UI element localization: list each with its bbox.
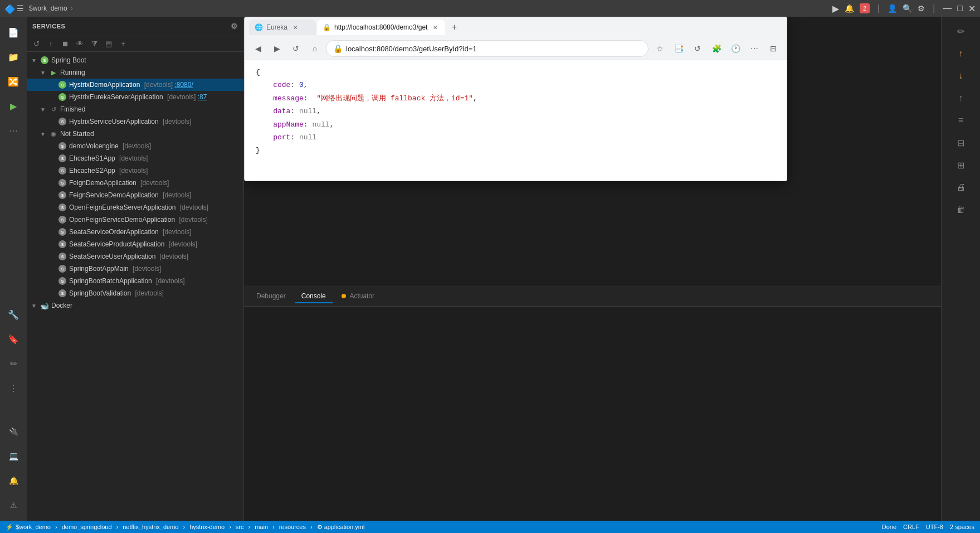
seata-order-app[interactable]: S SeataServiceOrderApplication [devtools… — [27, 226, 243, 238]
activity-vcs[interactable]: 🔀 — [2, 70, 25, 93]
browser-tab-eureka[interactable]: 🌐 Eureka ✕ — [249, 20, 316, 35]
spring-boot-section[interactable]: ▼ S Spring Boot — [27, 54, 243, 66]
up-icon-2[interactable]: ↑ — [951, 88, 971, 108]
openfeign-eureka-app[interactable]: S OpenFeignEurekaServerApplication [devt… — [27, 201, 243, 214]
services-toolbar: ↺ ↑ ⏹ 👁 ⧩ ▤ + — [27, 36, 243, 52]
format-icon[interactable]: ⊞ — [951, 155, 971, 175]
seata-user-app[interactable]: S SeataServiceUserApplication [devtools] — [27, 250, 243, 263]
extension-button[interactable]: 🧩 — [709, 41, 724, 56]
activity-more[interactable]: ⋯ — [2, 119, 25, 142]
collection-button[interactable]: 📑 — [671, 41, 686, 56]
tab-console[interactable]: Console — [295, 290, 333, 303]
maximize-button[interactable]: □ — [957, 3, 963, 13]
home-button[interactable]: ⌂ — [307, 41, 323, 56]
ehcache-s1-app[interactable]: S EhcacheS1App [devtools] — [27, 152, 243, 164]
toolbar-refresh[interactable]: ↺ — [30, 38, 42, 50]
openfeign-service-demo-app[interactable]: S OpenFeignServiceDemoApplication [devto… — [27, 214, 243, 226]
activity-terminal[interactable]: 💻 — [2, 445, 25, 467]
hystrix-eureka-app[interactable]: S HystrixEurekaServerApplication [devtoo… — [27, 91, 243, 103]
arrow-up-icon[interactable]: ↑ — [951, 43, 971, 64]
ehcache-s2-app[interactable]: S EhcacheS2App [devtools] — [27, 164, 243, 177]
activity-plugin[interactable]: 🔌 — [2, 420, 25, 443]
activity-bookmark[interactable]: 🔖 — [2, 328, 25, 350]
hamburger-icon[interactable]: ☰ — [17, 4, 26, 13]
status-netflix[interactable]: netflix_hystrix_demo — [123, 524, 178, 530]
status-sep5: › — [248, 524, 250, 530]
hystrix-service-user-app[interactable]: S HystrixServiceUserApplication [devtool… — [27, 115, 243, 128]
springboot-main-app[interactable]: S SpringBootAppMain [devtools] — [27, 263, 243, 275]
spring-boot-icon: S — [40, 56, 49, 65]
status-resources[interactable]: resources — [279, 524, 306, 530]
error-badge: 2 — [860, 3, 870, 13]
search-icon[interactable]: 🔍 — [903, 4, 912, 13]
status-src[interactable]: src — [236, 524, 244, 530]
pencil-icon[interactable]: ✏ — [951, 21, 971, 41]
sidebar-toggle[interactable]: ⊟ — [766, 41, 781, 56]
lines-icon[interactable]: ≡ — [951, 110, 971, 130]
refresh-button[interactable]: ↺ — [288, 41, 304, 56]
status-hystrix-demo[interactable]: hystrix-demo — [189, 524, 225, 530]
docker-section[interactable]: ▼ 🐋 Docker — [27, 299, 243, 312]
delete-icon[interactable]: 🗑 — [951, 200, 971, 220]
tab-debugger[interactable]: Debugger — [250, 290, 292, 303]
address-bar[interactable]: 🔒 localhost:8080/demo3/getUserById?id=1 — [326, 40, 649, 57]
toolbar-filter[interactable]: ⧩ — [88, 38, 100, 50]
toolbar-add[interactable]: + — [117, 38, 129, 50]
feign-demo-app[interactable]: S FeignDemoApplication [devtools] — [27, 177, 243, 189]
toolbar-group[interactable]: ▤ — [103, 38, 115, 50]
back-button[interactable]: ◀ — [250, 41, 266, 56]
print-icon[interactable]: 🖨 — [951, 177, 971, 197]
running-section[interactable]: ▼ ▶ Running — [27, 66, 243, 79]
toolbar-stop[interactable]: ⏹ — [59, 38, 71, 50]
eureka-tab-close[interactable]: ✕ — [291, 23, 300, 32]
align-icon[interactable]: ⊟ — [951, 133, 971, 153]
settings-icon[interactable]: ⚙ — [918, 4, 925, 13]
star-button[interactable]: ☆ — [652, 41, 667, 56]
tab-actuator[interactable]: Actuator — [335, 290, 381, 303]
run-button[interactable]: ▶ — [832, 3, 839, 14]
status-file[interactable]: ⚙ application.yml — [317, 524, 365, 531]
more-button[interactable]: ⋯ — [747, 41, 762, 56]
reload-button[interactable]: ↺ — [690, 41, 705, 56]
finished-section[interactable]: ▼ ↺ Finished — [27, 103, 243, 115]
activity-run[interactable]: ▶ — [2, 95, 25, 117]
seata-product-app[interactable]: S SeataServiceProductApplication [devtoo… — [27, 238, 243, 250]
activity-explorer[interactable]: 📄 — [2, 21, 25, 43]
springboot-validation-app[interactable]: S SpringBootValidation [devtools] — [27, 287, 243, 299]
hystrix-demo-port[interactable]: :8080/ — [174, 81, 193, 89]
status-encoding[interactable]: UTF-8 — [926, 524, 943, 530]
status-demo-springcloud[interactable]: demo_springcloud — [62, 524, 112, 530]
status-done: Done — [882, 524, 896, 530]
activity-project[interactable]: 📁 — [2, 46, 25, 68]
springboot-batch-app[interactable]: S SpringBootBatchApplication [devtools] — [27, 275, 243, 287]
not-started-section[interactable]: ▼ ◉ Not Started — [27, 128, 243, 140]
demo3-tab-close[interactable]: ✕ — [431, 23, 440, 32]
feign-service-demo-app[interactable]: S FeignServiceDemoApplication [devtools] — [27, 189, 243, 201]
toolbar-visibility[interactable]: 👁 — [74, 38, 86, 50]
activity-pencil[interactable]: ✏ — [2, 352, 25, 375]
activity-notification[interactable]: 🔔 — [2, 469, 25, 492]
profile-icon[interactable]: 👤 — [888, 4, 897, 13]
demo-volcengine[interactable]: S demoVolcengine [devtools] — [27, 140, 243, 152]
activity-git[interactable]: 🔧 — [2, 303, 25, 326]
status-indent[interactable]: 2 spaces — [950, 524, 974, 530]
notification-icon[interactable]: 🔔 — [845, 4, 854, 13]
services-settings-icon[interactable]: ⚙ — [231, 22, 238, 31]
status-main[interactable]: main — [255, 524, 268, 530]
status-line-ending[interactable]: CRLF — [903, 524, 919, 530]
activity-alert[interactable]: ⚠ — [2, 494, 25, 516]
browser-tab-demo3[interactable]: 🔒 http://localhost:8080/demo3/get ✕ — [317, 20, 445, 35]
status-project[interactable]: ⚡ $work_demo — [6, 524, 51, 531]
project-label[interactable]: $work_demo — [29, 4, 67, 12]
toolbar-up[interactable]: ↑ — [45, 38, 57, 50]
new-tab-button[interactable]: + — [446, 20, 462, 35]
hystrix-demo-app[interactable]: S HystrixDemoApplication [devtools] :808… — [27, 79, 243, 91]
activity-dots[interactable]: ⋮ — [2, 377, 25, 399]
forward-button[interactable]: ▶ — [269, 41, 285, 56]
minimize-button[interactable]: — — [943, 3, 952, 13]
arrow-down-icon[interactable]: ↓ — [951, 66, 971, 86]
hystrix-eureka-port[interactable]: :87 — [198, 93, 207, 101]
close-button[interactable]: ✕ — [968, 3, 976, 14]
status-bar-left: ⚡ $work_demo › demo_springcloud › netfli… — [6, 524, 876, 531]
history-button[interactable]: 🕐 — [728, 41, 743, 56]
